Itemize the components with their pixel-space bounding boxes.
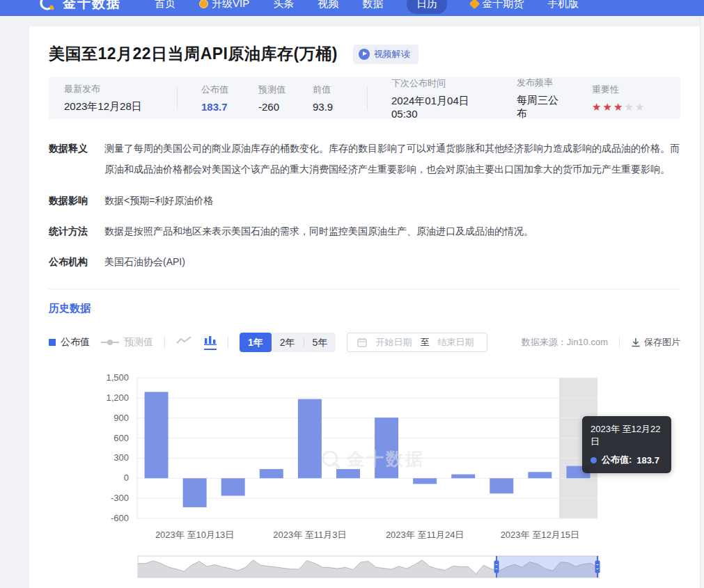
x-axis-tick: 2023年 至11月3日 (273, 530, 346, 540)
stat-divider (177, 86, 178, 110)
bar (528, 472, 552, 478)
y-axis-tick: 0 (124, 472, 129, 483)
nav-item-video[interactable]: 视频 (318, 0, 338, 10)
data-source-label: 数据来源：Jin10.com (522, 336, 608, 349)
section-agency: 公布机构 美国石油协会(API) (49, 251, 680, 272)
download-icon (631, 337, 641, 347)
divider (49, 289, 680, 289)
legend-forecast[interactable]: 预测值 (101, 336, 153, 349)
chart-canvas[interactable]: 1,5001,2009006003000-300-6002023年 至10月13… (49, 371, 680, 588)
y-axis-tick: 300 (114, 452, 129, 463)
bar (145, 392, 169, 478)
x-axis-tick: 2023年 至11月24日 (386, 530, 464, 540)
importance-stars: ★★★★★ (592, 101, 646, 113)
legend-linedot-icon (101, 340, 119, 345)
y-axis-tick: 900 (114, 413, 129, 423)
minimap-selection (496, 556, 597, 578)
minimap-handle-left[interactable] (494, 561, 499, 573)
jin10-logo-icon (39, 0, 57, 13)
stat-forecast-value: 预测值 -260 (258, 84, 289, 113)
legend-square-icon (49, 339, 56, 346)
nav-item-home[interactable]: 首页 (155, 0, 175, 10)
stat-next-release: 下次公布时间 2024年01月04日 05:30 (391, 77, 493, 120)
bar (490, 478, 513, 493)
x-axis-tick: 2023年 至10月13日 (155, 530, 234, 540)
history-bar-chart[interactable]: 1,5001,2009006003000-300-6002023年 至10月13… (49, 371, 680, 588)
bar-chart-toggle[interactable] (204, 335, 217, 350)
y-axis-tick: -300 (111, 493, 129, 503)
page-scrollbar[interactable] (700, 16, 704, 588)
range-2y-button[interactable]: 2年 (272, 333, 304, 352)
stat-previous-value: 前值 93.9 (313, 84, 343, 113)
bar (183, 478, 207, 507)
stat-published-value: 公布值 183.7 (201, 84, 235, 113)
bar (221, 478, 245, 495)
x-axis-tick: 2023年 至12月15日 (501, 530, 579, 540)
section-method: 统计方法 数据是按照产品和地区来表示美国石油的需求，同时监控美国原油生产、原油进… (49, 221, 680, 241)
pencil-icon (469, 0, 480, 9)
history-data-link[interactable]: 历史数据 (49, 302, 680, 315)
video-explain-button[interactable]: 视频解读 (353, 45, 419, 64)
stat-latest-release: 最新发布 2023年12月28日 (64, 83, 153, 113)
range-5y-button[interactable]: 5年 (304, 333, 336, 352)
play-icon (359, 49, 370, 60)
nav-item-mobile[interactable]: 手机版 (547, 0, 579, 10)
brand[interactable]: 金十数据 (39, 0, 121, 13)
nav-item-data[interactable]: 数据 (362, 0, 383, 10)
series-dot-icon (590, 457, 597, 463)
brand-name: 金十数据 (63, 0, 121, 13)
stat-importance: 重要性 ★★★★★ (592, 84, 646, 113)
legend-published[interactable]: 公布值 (49, 336, 90, 349)
page-title: 美国至12月22日当周API原油库存(万桶) (49, 43, 338, 65)
end-date-placeholder: 结束日期 (437, 336, 474, 349)
nav-item-futures[interactable]: 金十期货 (471, 0, 524, 10)
range-1y-button[interactable]: 1年 (240, 333, 272, 352)
divider (619, 337, 620, 348)
divider (228, 337, 228, 348)
stats-bar: 最新发布 2023年12月28日 公布值 183.7 预测值 -260 前值 9… (49, 77, 680, 119)
nav-item-headlines[interactable]: 头条 (273, 0, 294, 10)
y-axis-tick: 600 (114, 433, 129, 443)
nav-item-vip[interactable]: 升级VIP (199, 0, 249, 10)
y-axis-tick: 1,500 (106, 372, 129, 383)
divider (164, 337, 165, 348)
y-axis-tick: 1,200 (106, 392, 129, 403)
indicator-detail-card: 美国至12月22日当周API原油库存(万桶) 视频解读 最新发布 2023年12… (29, 26, 700, 588)
line-chart-icon (176, 335, 191, 345)
date-range-input[interactable]: 开始日期 至 结束日期 (347, 333, 487, 352)
stat-divider (367, 86, 368, 110)
stat-frequency: 发布频率 每周三公布 (517, 77, 568, 120)
start-date-placeholder: 开始日期 (375, 336, 412, 349)
bar (260, 469, 283, 478)
chart-controls: 公布值 预测值 (49, 333, 680, 352)
bar (298, 399, 322, 478)
time-range-group: 1年 2年 5年 (240, 333, 336, 352)
line-chart-toggle[interactable] (176, 335, 191, 350)
y-axis-tick: -600 (111, 513, 129, 523)
bar (413, 478, 437, 484)
bar (375, 418, 398, 478)
minimap-handle-right[interactable] (595, 561, 600, 573)
bar (336, 469, 360, 478)
vip-coin-icon (199, 0, 208, 8)
chart-tooltip: 2023年 至12月22日 公布值: 183.7 (582, 416, 671, 473)
section-impact: 数据影响 数据<预期=利好原油价格 (49, 190, 680, 211)
top-navigation: 金十数据 首页 升级VIP 头条 视频 数据 日历 金十期货 手机版 (0, 0, 704, 16)
section-definition: 数据释义 测量了每周的美国公司的商业原油库存的桶数变化。库存的数目影响了可以对通… (49, 138, 680, 180)
bar-chart-icon (204, 335, 217, 345)
calendar-icon (357, 337, 367, 347)
nav-item-calendar[interactable]: 日历 (407, 0, 447, 14)
save-image-button[interactable]: 保存图片 (631, 336, 680, 349)
bar (451, 475, 475, 479)
